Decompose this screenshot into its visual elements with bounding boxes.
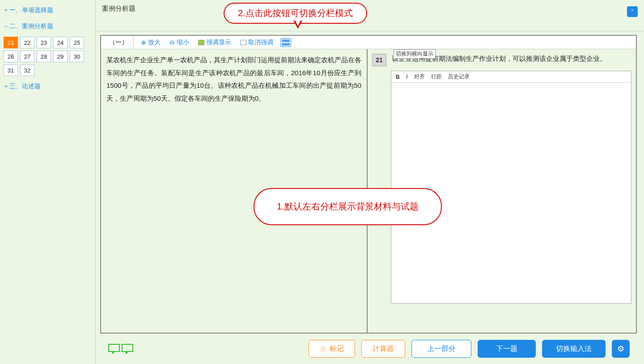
question-number: 21 — [372, 54, 386, 66]
passage-text: 某农机生产企业生产单一农机产品，其生产计划部门运用提前期法来确定农机产品在各车间… — [106, 56, 361, 102]
double-chevron-up-icon: ⌃ — [630, 9, 635, 15]
footer: ☆ 标记 计算器 上一部分 下一题 切换输入法 ⚙ — [100, 334, 637, 364]
expand-icon: + — [4, 7, 8, 13]
gear-icon: ⚙ — [617, 344, 624, 354]
question-button-32[interactable]: 32 — [20, 64, 34, 76]
monitor-status — [107, 344, 132, 354]
nav-label-3: 三、论述题 — [9, 82, 41, 90]
align-button[interactable]: 对齐 — [414, 73, 425, 81]
plus-circle-icon: ⊕ — [141, 39, 146, 46]
question-button-27[interactable]: 27 — [20, 51, 34, 62]
settings-button[interactable]: ⚙ — [612, 340, 630, 358]
question-grid: 21 22 23 24 25 26 27 28 29 30 31 32 — [4, 37, 92, 76]
part-label: （一） — [104, 36, 134, 49]
sidebar: + 一、单项选择题 – 二、案例分析题 21 22 23 24 25 26 27… — [0, 0, 96, 364]
question-button-28[interactable]: 28 — [37, 51, 51, 62]
monitor-icon — [121, 344, 132, 354]
header-bar: 案例分析题 ⌃ — [96, 0, 644, 31]
layout-toggle-button[interactable] — [280, 38, 291, 47]
question-button-26[interactable]: 26 — [4, 51, 18, 62]
highlight-button[interactable]: 强调显示 — [196, 38, 233, 47]
line-spacing-button[interactable]: 行距 — [431, 73, 442, 81]
scroll-top-button[interactable]: ⌃ — [627, 6, 638, 17]
unhighlight-icon — [240, 40, 246, 45]
annotation-callout-1: 1.默认左右分栏展示背景材料与试题 — [254, 188, 442, 225]
layout-row-icon — [282, 43, 290, 46]
question-button-24[interactable]: 24 — [53, 37, 68, 48]
monitor-icon — [107, 344, 119, 354]
collapse-icon: – — [4, 23, 8, 30]
editor-toolbar: B I 对齐 行距 历史记录 — [391, 71, 631, 83]
unhighlight-button[interactable]: 取消强调 — [238, 38, 275, 47]
history-button[interactable]: 历史记录 — [448, 73, 470, 81]
answer-editor: B I 对齐 行距 历史记录 — [391, 71, 631, 304]
toolbar: （一） ⊕ 放大 ⊖ 缩小 强调显示 取消强调 — [101, 36, 636, 49]
question-button-31[interactable]: 31 — [4, 64, 18, 76]
content-box: （一） ⊕ 放大 ⊖ 缩小 强调显示 取消强调 — [100, 35, 637, 334]
prev-section-button[interactable]: 上一部分 — [411, 340, 471, 358]
section-title: 案例分析题 — [102, 4, 136, 13]
nav-section-3[interactable]: + 三、论述题 — [4, 81, 92, 92]
layout-tooltip: 切换到横向显示 — [394, 49, 436, 59]
nav-section-1[interactable]: + 一、单项选择题 — [4, 4, 92, 16]
question-button-29[interactable]: 29 — [53, 51, 68, 62]
star-icon: ☆ — [320, 344, 327, 354]
zoom-in-button[interactable]: ⊕ 放大 — [139, 38, 162, 47]
question-button-22[interactable]: 22 — [20, 37, 34, 48]
nav-section-2[interactable]: – 二、案例分析题 21 22 23 24 25 26 27 28 29 30 … — [4, 21, 92, 76]
zoom-out-button[interactable]: ⊖ 缩小 — [168, 38, 191, 47]
callout-tail-icon — [293, 21, 302, 29]
italic-button[interactable]: I — [406, 73, 408, 80]
highlight-icon — [198, 40, 204, 45]
minus-circle-icon: ⊖ — [169, 39, 175, 46]
question-button-25[interactable]: 25 — [70, 37, 84, 48]
nav-label-2: 二、案例分析题 — [9, 22, 53, 30]
layout-row-icon — [282, 39, 290, 42]
nav-label-1: 一、单项选择题 — [9, 6, 53, 14]
mark-button[interactable]: ☆ 标记 — [309, 340, 355, 358]
question-button-21[interactable]: 21 — [4, 37, 18, 48]
question-button-30[interactable]: 30 — [70, 51, 84, 62]
bold-button[interactable]: B — [396, 74, 400, 80]
expand-icon: + — [4, 83, 8, 90]
calculator-button[interactable]: 计算器 — [361, 340, 405, 358]
switch-ime-button[interactable]: 切换输入法 — [542, 340, 606, 358]
next-question-button[interactable]: 下一题 — [478, 340, 536, 358]
question-button-23[interactable]: 23 — [37, 37, 51, 48]
main: 案例分析题 ⌃ （一） ⊕ 放大 ⊖ 缩小 强调显示 — [96, 0, 644, 364]
